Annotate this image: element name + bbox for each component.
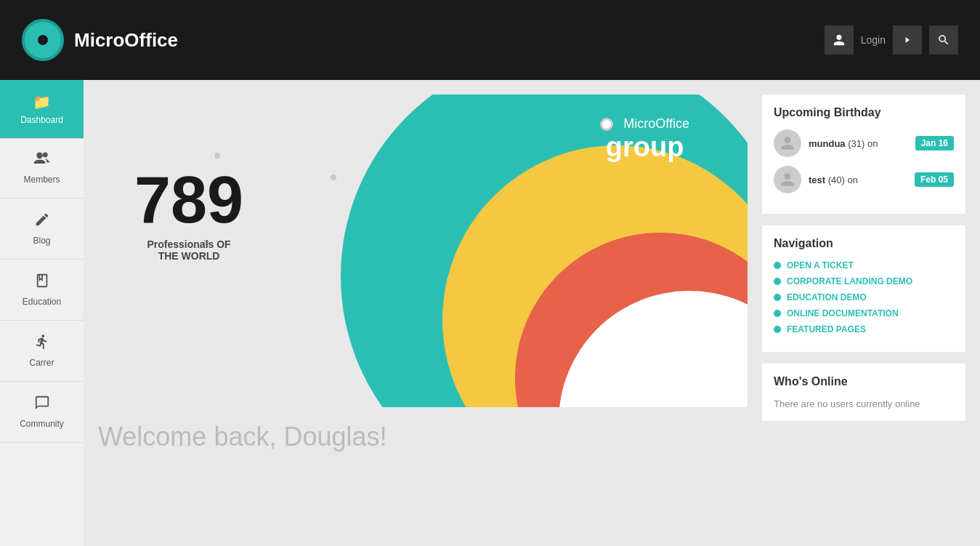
nav-link-3[interactable]: ONLINE DOCUMENTATION (774, 308, 954, 318)
map-dot (331, 174, 336, 180)
content-area: 789 Professionals OF THE WORLD MicroOffi… (84, 80, 980, 546)
sidebar-item-label: Blog (33, 236, 50, 246)
online-empty-text: There are no users currently online (774, 398, 954, 409)
banner-stat: 789 Professionals OF THE WORLD (134, 167, 243, 262)
sidebar-item-blog[interactable]: Blog (0, 198, 84, 260)
brand-dot-icon (600, 118, 613, 131)
hero-banner: 789 Professionals OF THE WORLD MicroOffi… (98, 95, 748, 407)
carrer-icon (34, 334, 50, 353)
sidebar-item-dashboard[interactable]: 📁 Dashboard (0, 80, 84, 139)
sidebar-item-carrer[interactable]: Carrer (0, 321, 84, 382)
nav-dot-icon (774, 310, 781, 317)
nav-dot-icon (774, 326, 781, 333)
user-icon-button[interactable] (825, 25, 854, 55)
logo-area: MicroOffice (22, 19, 178, 61)
nav-link-1[interactable]: CORPORATE LANDING DEMO (774, 276, 954, 286)
birthday-date-0: Jan 16 (915, 136, 954, 150)
online-widget: Who's Online There are no users currentl… (762, 364, 965, 421)
nav-link-2[interactable]: EDUCATION DEMO (774, 292, 954, 302)
sidebar-item-label: Members (23, 174, 60, 185)
birthday-info-0: mundua (31) on (809, 138, 908, 149)
sidebar-item-members[interactable]: Members (0, 139, 84, 198)
navigation-widget-title: Navigation (774, 237, 954, 250)
birthday-info-1: test (40) on (809, 174, 907, 185)
professionals-count: 789 (134, 167, 243, 233)
main-panel: 789 Professionals OF THE WORLD MicroOffi… (98, 95, 748, 531)
welcome-message: Welcome back, Douglas! (98, 422, 748, 452)
birthday-date-1: Feb 05 (915, 172, 954, 187)
members-icon (33, 152, 51, 170)
sidebar-item-education[interactable]: Education (0, 260, 84, 321)
sidebar-item-community[interactable]: Community (0, 382, 84, 443)
sidebar-item-label: Community (20, 419, 64, 429)
birthday-widget: Upcoming Birthday mundua (31) on Jan 16 (762, 95, 965, 214)
right-panel: Upcoming Birthday mundua (31) on Jan 16 (762, 95, 965, 531)
nav-dot-icon (774, 262, 781, 269)
education-icon (34, 273, 50, 292)
birthday-item-1: test (40) on Feb 05 (774, 166, 954, 193)
banner-brand: MicroOffice group (600, 116, 689, 163)
avatar-test (774, 166, 801, 193)
navigation-widget: Navigation OPEN A TICKET CORPORATE LANDI… (762, 225, 965, 352)
community-icon (34, 395, 50, 414)
header: MicroOffice Login (0, 0, 980, 80)
sidebar-item-label: Carrer (29, 358, 54, 368)
birthday-item-0: mundua (31) on Jan 16 (774, 129, 954, 157)
logo-text: MicroOffice (74, 29, 178, 52)
main-layout: 📁 Dashboard Members Blog Education Ca (0, 80, 980, 546)
birthday-widget-title: Upcoming Birthday (774, 106, 954, 119)
sidebar: 📁 Dashboard Members Blog Education Ca (0, 80, 84, 546)
online-widget-title: Who's Online (774, 375, 954, 388)
nav-link-4[interactable]: FEATURED PAGES (774, 324, 954, 334)
dashboard-icon: 📁 (33, 93, 51, 111)
arrow-icon-button[interactable] (893, 25, 922, 55)
blog-icon (34, 212, 50, 231)
professionals-desc: Professionals OF THE WORLD (134, 238, 243, 262)
sidebar-item-label: Education (23, 297, 61, 307)
nav-links-list: OPEN A TICKET CORPORATE LANDING DEMO EDU… (774, 260, 954, 334)
nav-dot-icon (774, 278, 781, 285)
header-right: Login (825, 25, 958, 55)
search-icon-button[interactable] (929, 25, 958, 55)
map-dot (214, 153, 220, 158)
logo-icon (22, 19, 64, 61)
logo-inner-circle (36, 33, 50, 47)
login-link[interactable]: Login (861, 34, 886, 46)
sidebar-item-label: Dashboard (20, 115, 63, 125)
nav-dot-icon (774, 294, 781, 301)
nav-link-0[interactable]: OPEN A TICKET (774, 260, 954, 270)
avatar-mundua (774, 129, 801, 157)
